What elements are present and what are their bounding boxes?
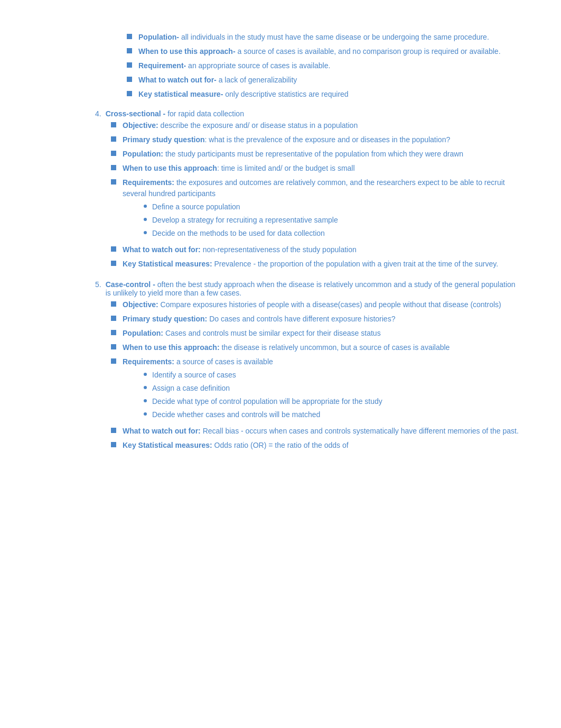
circle-bullet-text: Decide whether cases and controls will b… (152, 409, 320, 420)
sub-bullet-text: Primary study question: what is the prev… (123, 134, 519, 145)
sub-bullet-label: Primary study question (123, 135, 205, 144)
square-bullet-icon (111, 246, 116, 252)
circle-bullet-list: Identify a source of casesAssign a case … (144, 370, 519, 420)
circle-bullet-icon (144, 231, 147, 234)
top-bullet-item: Population- all individuals in the study… (127, 32, 519, 43)
square-bullet-icon (111, 136, 116, 142)
sub-bullet-item: When to use this approach: the disease i… (111, 342, 519, 353)
circle-bullet-icon (144, 373, 147, 376)
sub-bullet-item: Key Statistical measures: Prevalence - t… (111, 259, 519, 270)
square-bullet-icon (127, 48, 132, 53)
circle-bullet-icon (144, 386, 147, 389)
numbered-item-header: 5.Case-control - often the best study ap… (95, 280, 519, 297)
sub-bullet-text: What to watch out for: Recall bias - occ… (123, 426, 519, 437)
circle-bullet-item: Define a source population (144, 201, 519, 213)
sub-bullet-label: Requirements: (123, 357, 174, 366)
sub-bullet-text: Population: Cases and controls must be s… (123, 328, 519, 339)
circle-bullet-item: Develop a strategy for recruiting a repr… (144, 215, 519, 226)
sub-bullet-item: Requirements: the exposures and outcomes… (111, 177, 519, 241)
circle-bullet-text: Develop a strategy for recruiting a repr… (152, 215, 338, 226)
square-bullet-icon (111, 165, 116, 170)
numbered-list: 4.Cross-sectional - for rapid data colle… (95, 109, 519, 451)
square-bullet-icon (111, 330, 116, 335)
square-bullet-icon (111, 261, 116, 266)
bullet-label: Requirement- (138, 61, 186, 70)
sub-bullet-text: Key Statistical measures: Odds ratio (OR… (123, 440, 519, 451)
sub-bullet-text: When to use this approach: time is limit… (123, 163, 519, 174)
numbered-item-header: 4.Cross-sectional - for rapid data colle… (95, 109, 519, 118)
square-bullet-icon (111, 344, 116, 349)
circle-bullet-item: Decide whether cases and controls will b… (144, 409, 519, 420)
sub-bullet-item: When to use this approach: time is limit… (111, 163, 519, 174)
circle-bullet-item: Decide what type of control population w… (144, 396, 519, 407)
sub-bullet-text: Objective: describe the exposure and/ or… (123, 120, 519, 131)
circle-bullet-item: Assign a case definition (144, 383, 519, 394)
sub-bullet-text: Population: the study participants must … (123, 149, 519, 160)
square-bullet-icon (127, 77, 132, 82)
sub-bullet-item: Primary study question: Do cases and con… (111, 314, 519, 325)
sub-bullet-text: Requirements: a source of cases is avail… (123, 356, 519, 422)
circle-bullet-list: Define a source populationDevelop a stra… (144, 201, 519, 239)
circle-bullet-icon (144, 205, 147, 208)
square-bullet-icon (111, 428, 116, 433)
bullet-label: When to use this approach- (138, 47, 236, 56)
bullet-label: What to watch out for- (138, 76, 217, 84)
circle-bullet-text: Decide what type of control population w… (152, 396, 382, 407)
sub-bullet-text: Requirements: the exposures and outcomes… (123, 177, 519, 241)
bullet-text: When to use this approach- a source of c… (138, 46, 501, 57)
sub-bullet-item: Objective: Compare exposures histories o… (111, 299, 519, 310)
bullet-label: Population- (138, 33, 179, 41)
square-bullet-icon (111, 301, 116, 307)
sub-bullet-text: Objective: Compare exposures histories o… (123, 299, 519, 310)
circle-bullet-item: Decide on the methods to be used for dat… (144, 228, 519, 239)
sub-bullet-label: Population: (123, 150, 163, 158)
sub-bullet-item: Population: the study participants must … (111, 149, 519, 160)
bullet-label: Key statistical measure- (138, 90, 223, 98)
sub-bullet-text: Primary study question: Do cases and con… (123, 314, 519, 325)
circle-bullet-item: Identify a source of cases (144, 370, 519, 381)
circle-bullet-text: Identify a source of cases (152, 370, 236, 381)
circle-bullet-text: Assign a case definition (152, 383, 230, 394)
sub-bullet-label: When to use this approach (123, 164, 217, 172)
square-bullet-icon (127, 62, 132, 68)
sub-bullet-text: Key Statistical measures: Prevalence - t… (123, 259, 519, 270)
number-label: 4. (95, 109, 101, 118)
sub-bullet-item: What to watch out for: non-representativ… (111, 244, 519, 255)
circle-bullet-text: Define a source population (152, 201, 240, 213)
bullet-text: Requirement- an appropriate source of ca… (138, 60, 330, 71)
circle-bullet-text: Decide on the methods to be used for dat… (152, 228, 325, 239)
square-bullet-icon (111, 442, 116, 447)
circle-bullet-icon (144, 218, 147, 221)
top-bullet-item: When to use this approach- a source of c… (127, 46, 519, 57)
item-title: Case-control - often the best study appr… (106, 280, 519, 297)
sub-bullet-label: When to use this approach: (123, 343, 220, 352)
sub-bullet-label: What to watch out for: (123, 427, 201, 435)
sub-bullet-item: Key Statistical measures: Odds ratio (OR… (111, 440, 519, 451)
square-bullet-icon (127, 34, 132, 39)
sub-bullet-label: What to watch out for: (123, 245, 201, 254)
sub-bullet-label: Objective: (123, 121, 158, 130)
sub-bullet-text: What to watch out for: non-representativ… (123, 244, 519, 255)
square-bullet-icon (111, 179, 116, 185)
numbered-item: 4.Cross-sectional - for rapid data colle… (95, 109, 519, 270)
sub-bullet-label: Primary study question: (123, 315, 207, 323)
item-title: Cross-sectional - for rapid data collect… (106, 109, 244, 118)
sub-bullet-label: Key Statistical measures: (123, 260, 212, 268)
sub-bullet-list: Objective: Compare exposures histories o… (111, 299, 519, 451)
top-bullet-list: Population- all individuals in the study… (127, 32, 519, 100)
sub-bullet-list: Objective: describe the exposure and/ or… (111, 120, 519, 270)
bullet-text: Population- all individuals in the study… (138, 32, 489, 43)
sub-bullet-label: Population: (123, 329, 163, 337)
square-bullet-icon (111, 151, 116, 156)
bullet-text: Key statistical measure- only descriptiv… (138, 89, 349, 100)
sub-bullet-text: When to use this approach: the disease i… (123, 342, 519, 353)
sub-bullet-item: Objective: describe the exposure and/ or… (111, 120, 519, 131)
numbered-item: 5.Case-control - often the best study ap… (95, 280, 519, 451)
square-bullet-icon (127, 91, 132, 96)
top-bullet-item: What to watch out for- a lack of general… (127, 75, 519, 86)
sub-bullet-item: Population: Cases and controls must be s… (111, 328, 519, 339)
sub-bullet-item: Requirements: a source of cases is avail… (111, 356, 519, 422)
sub-bullet-item: What to watch out for: Recall bias - occ… (111, 426, 519, 437)
circle-bullet-icon (144, 399, 147, 402)
bullet-text: What to watch out for- a lack of general… (138, 75, 297, 86)
